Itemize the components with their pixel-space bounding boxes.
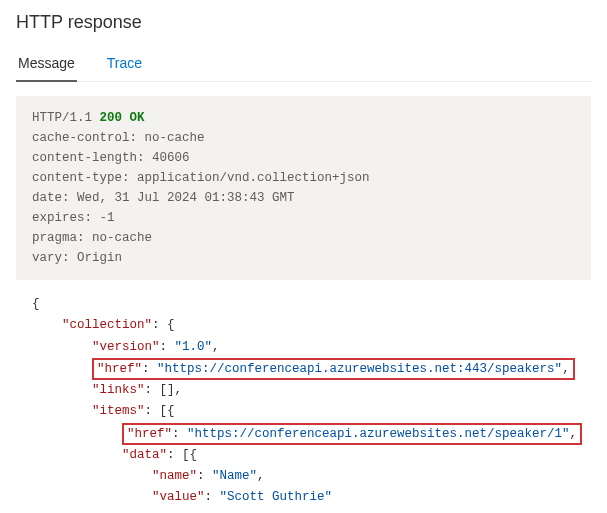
highlight-speakers-href: "href": "https://conferenceapi.azurewebs… (92, 358, 575, 380)
http-header-line: content-type: application/vnd.collection… (32, 171, 370, 185)
http-header-line: date: Wed, 31 Jul 2024 01:38:43 GMT (32, 191, 295, 205)
http-header-line: content-length: 40606 (32, 151, 190, 165)
http-header-line: cache-control: no-cache (32, 131, 205, 145)
http-header-line: expires: -1 (32, 211, 115, 225)
http-header-line: pragma: no-cache (32, 231, 152, 245)
http-header-block: HTTP/1.1 200 OK cache-control: no-cache … (16, 96, 591, 280)
json-body: { "collection": { "version": "1.0", "hre… (16, 280, 591, 513)
status-code: 200 OK (100, 111, 145, 125)
tab-bar: Message Trace (16, 55, 591, 82)
tab-message[interactable]: Message (16, 55, 77, 81)
tab-trace[interactable]: Trace (105, 55, 144, 81)
highlight-speaker1-href: "href": "https://conferenceapi.azurewebs… (122, 423, 582, 445)
http-header-line: vary: Origin (32, 251, 122, 265)
status-protocol: HTTP/1.1 (32, 111, 92, 125)
page-title: HTTP response (16, 12, 591, 33)
